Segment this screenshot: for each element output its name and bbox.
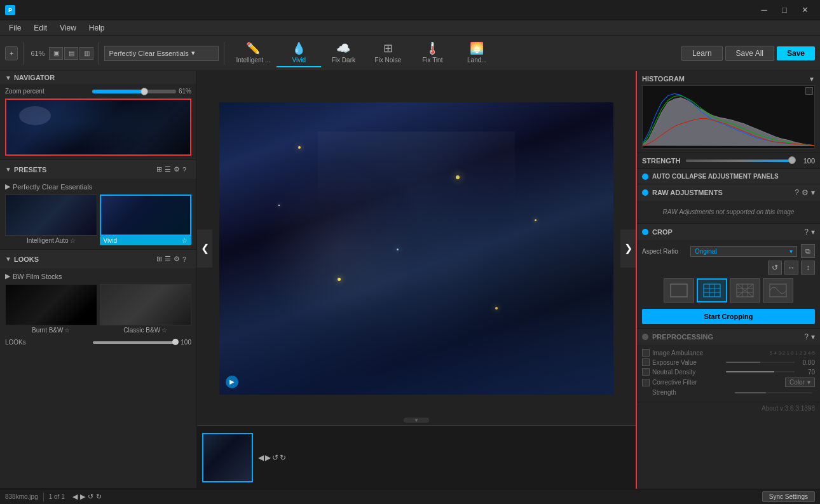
looks-slider-row: LOOKs 100 bbox=[5, 339, 191, 346]
tab-land[interactable]: 🌅 Land... bbox=[454, 39, 499, 67]
looks-slider[interactable] bbox=[93, 341, 178, 344]
raw-help-icon[interactable]: ? bbox=[795, 188, 799, 197]
layout-btn-3[interactable]: ▥ bbox=[79, 47, 93, 60]
looks-star-burnt[interactable]: ☆ bbox=[64, 327, 70, 334]
menu-help[interactable]: Help bbox=[83, 24, 111, 32]
neutral-density-slider[interactable] bbox=[726, 371, 795, 372]
save-all-button[interactable]: Save All bbox=[725, 46, 774, 61]
learn-button[interactable]: Learn bbox=[681, 46, 723, 61]
filmstrip-prev-bottom[interactable]: ▶ bbox=[80, 493, 85, 501]
add-button[interactable]: + bbox=[5, 46, 18, 60]
corrective-filter-select[interactable]: Color ▾ bbox=[785, 378, 815, 387]
filmstrip-first[interactable]: ◀ bbox=[72, 493, 78, 501]
crop-grid-thirds[interactable] bbox=[697, 278, 727, 303]
start-cropping-button[interactable]: Start Cropping bbox=[642, 309, 815, 324]
filmstrip-next[interactable]: ▶ bbox=[265, 453, 271, 462]
preprocessing-collapse-icon[interactable]: ▾ bbox=[811, 332, 815, 341]
crop-header[interactable]: CROP ? ▾ bbox=[637, 224, 820, 240]
presets-settings-icon[interactable]: ⚙ bbox=[174, 165, 180, 174]
presets-help-icon[interactable]: ? bbox=[182, 166, 186, 174]
exposure-slider[interactable] bbox=[726, 362, 795, 363]
preset-group-header[interactable]: ▶ Perfectly Clear Essentials bbox=[5, 182, 191, 191]
looks-list-icon[interactable]: ☰ bbox=[165, 255, 171, 263]
looks-group-label: BW Film Stocks bbox=[13, 273, 62, 280]
neutral-density-checkbox[interactable] bbox=[642, 368, 650, 376]
histogram-collapse-arrow[interactable]: ▼ bbox=[809, 76, 815, 83]
preset-star-intelligent[interactable]: ☆ bbox=[70, 237, 76, 244]
crop-rotate-button[interactable]: ↺ bbox=[768, 261, 782, 275]
corrective-filter-checkbox[interactable] bbox=[642, 379, 650, 386]
play-button[interactable]: ▶ bbox=[226, 376, 238, 388]
tab-intelligent[interactable]: ✏️ Intelligent ... bbox=[229, 39, 277, 67]
tab-vivid[interactable]: 💧 Vivid bbox=[277, 39, 321, 67]
preset-dropdown[interactable]: Perfectly Clear Essentials ▾ bbox=[104, 46, 219, 61]
filmstrip-rotate-left[interactable]: ↺ bbox=[88, 493, 93, 501]
crop-grid-diagonal[interactable] bbox=[730, 278, 760, 303]
crop-grid-golden[interactable] bbox=[763, 278, 793, 303]
filmstrip-prev[interactable]: ◀ bbox=[258, 453, 264, 462]
looks-group-header[interactable]: ▶ BW Film Stocks bbox=[5, 272, 191, 280]
preprocessing-title: PREPROCESSING bbox=[652, 333, 800, 341]
preprocessing-header[interactable]: PREPROCESSING ? ▾ bbox=[637, 329, 820, 345]
presets-list-icon[interactable]: ☰ bbox=[165, 165, 171, 174]
navigator-arrow: ▼ bbox=[5, 74, 11, 81]
exposure-checkbox[interactable] bbox=[642, 358, 650, 366]
image-ambulance-checkbox[interactable] bbox=[642, 349, 650, 357]
aspect-ratio-select[interactable]: Original ▾ bbox=[690, 246, 797, 257]
menu-file[interactable]: File bbox=[3, 24, 27, 32]
looks-settings-icon[interactable]: ⚙ bbox=[174, 255, 180, 263]
raw-adjustments-header[interactable]: RAW ADJUSTMENTS ? ⚙ ▾ bbox=[637, 184, 820, 201]
layout-btn-2[interactable]: ▤ bbox=[64, 47, 78, 60]
filmstrip-nav-4[interactable]: ↻ bbox=[280, 453, 286, 462]
minimize-button[interactable]: ─ bbox=[754, 1, 774, 19]
looks-grid-icon[interactable]: ⊞ bbox=[156, 255, 162, 263]
maximize-button[interactable]: □ bbox=[774, 1, 795, 19]
preprocessing-help-icon[interactable]: ? bbox=[804, 332, 809, 341]
filter-strength-slider[interactable] bbox=[735, 392, 812, 393]
looks-star-classic[interactable]: ☆ bbox=[161, 327, 167, 334]
zoom-slider[interactable] bbox=[92, 90, 177, 93]
preset-thumb-intelligent bbox=[5, 194, 97, 236]
preset-item-vivid[interactable]: Vivid ☆ bbox=[100, 194, 192, 245]
save-button[interactable]: Save bbox=[777, 46, 815, 60]
center-panel: ❮ bbox=[197, 71, 636, 489]
crop-copy-button[interactable]: ⧉ bbox=[801, 244, 815, 258]
histogram-clip-indicator[interactable] bbox=[805, 87, 813, 95]
tab-fix-noise[interactable]: ⊞ Fix Noise bbox=[366, 39, 410, 67]
tab-fix-tint[interactable]: 🌡️ Fix Tint bbox=[410, 39, 454, 67]
strength-slider[interactable] bbox=[686, 160, 795, 162]
nav-arrow-right[interactable]: ❯ bbox=[620, 229, 636, 268]
menu-view[interactable]: View bbox=[53, 24, 83, 32]
preset-item-intelligent[interactable]: Intelligent Auto ☆ bbox=[5, 194, 97, 245]
navigator-header[interactable]: ▼ NAVIGATOR bbox=[0, 71, 196, 84]
looks-name-classic: Classic B&W bbox=[123, 327, 160, 334]
preset-star-vivid[interactable]: ☆ bbox=[182, 237, 188, 244]
auto-collapse-section: AUTO COLLAPSE ADJUSTMENT PANELS bbox=[637, 169, 820, 184]
menu-edit[interactable]: Edit bbox=[27, 24, 53, 32]
looks-item-classic[interactable]: Classic B&W ☆ bbox=[100, 284, 192, 335]
nav-arrow-left[interactable]: ❮ bbox=[197, 229, 212, 268]
looks-item-burnt[interactable]: Burnt B&W ☆ bbox=[5, 284, 97, 335]
filmstrip-nav-3[interactable]: ↺ bbox=[272, 453, 278, 462]
raw-collapse-icon[interactable]: ▾ bbox=[811, 188, 815, 197]
layout-btn-1[interactable]: ▣ bbox=[49, 47, 63, 60]
auto-collapse-header[interactable]: AUTO COLLAPSE ADJUSTMENT PANELS bbox=[637, 169, 820, 184]
aspect-ratio-label: Aspect Ratio bbox=[642, 248, 687, 255]
tab-fix-dark[interactable]: ☁️ Fix Dark bbox=[321, 39, 366, 67]
close-button[interactable]: ✕ bbox=[795, 1, 815, 19]
right-panel: HISTOGRAM ▼ STRENGTH bbox=[636, 71, 820, 489]
sync-settings-button[interactable]: Sync Settings bbox=[762, 491, 815, 502]
expand-handle[interactable]: ▼ bbox=[404, 418, 429, 423]
filmstrip-item[interactable] bbox=[202, 433, 253, 482]
raw-settings-icon[interactable]: ⚙ bbox=[802, 188, 809, 197]
presets-grid-icon[interactable]: ⊞ bbox=[156, 165, 162, 174]
filmstrip-rotate-right[interactable]: ↻ bbox=[96, 493, 102, 501]
presets-header[interactable]: ▼ PRESETS ⊞ ☰ ⚙ ? bbox=[0, 160, 196, 179]
crop-flip-v-button[interactable]: ↕ bbox=[801, 261, 815, 275]
crop-collapse-icon[interactable]: ▾ bbox=[811, 228, 815, 236]
looks-help-icon[interactable]: ? bbox=[182, 255, 186, 263]
crop-flip-h-button[interactable]: ↔ bbox=[784, 261, 798, 275]
crop-help-icon[interactable]: ? bbox=[804, 228, 809, 236]
crop-grid-none[interactable] bbox=[664, 278, 694, 303]
looks-header[interactable]: ▼ LOOKS ⊞ ☰ ⚙ ? bbox=[0, 250, 196, 268]
